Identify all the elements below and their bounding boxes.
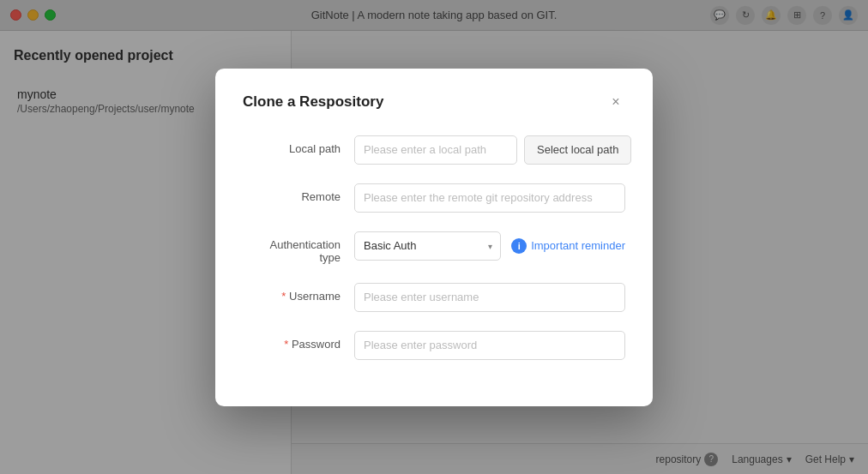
- local-path-row: Local path Select local path: [243, 135, 625, 165]
- close-icon[interactable]: ×: [606, 93, 625, 111]
- remote-label: Remote: [243, 183, 354, 203]
- auth-label-line1: Authentication: [243, 231, 341, 251]
- important-reminder-label: Important reminder: [531, 239, 625, 252]
- auth-type-select[interactable]: Basic Auth SSH Key None: [354, 231, 501, 261]
- local-path-label: Local path: [243, 135, 354, 155]
- username-label: Username: [243, 283, 354, 303]
- info-icon: i: [511, 238, 527, 254]
- username-input[interactable]: [354, 283, 625, 312]
- auth-type-row: Authentication type Basic Auth SSH Key N…: [243, 231, 625, 264]
- important-reminder-link[interactable]: i Important reminder: [511, 238, 625, 254]
- remote-input[interactable]: [354, 183, 625, 213]
- remote-controls: [354, 183, 625, 213]
- local-path-input[interactable]: [354, 135, 517, 165]
- auth-type-select-wrapper: Basic Auth SSH Key None ▾: [354, 231, 501, 261]
- password-label: Password: [243, 331, 354, 351]
- username-controls: [354, 283, 625, 312]
- clone-repository-modal: Clone a Respository × Local path Select …: [215, 69, 653, 406]
- local-path-controls: Select local path: [354, 135, 631, 165]
- modal-header: Clone a Respository ×: [243, 93, 625, 111]
- select-local-path-button[interactable]: Select local path: [524, 135, 631, 165]
- modal-title: Clone a Respository: [243, 93, 383, 111]
- password-row: Password: [243, 331, 625, 360]
- password-controls: [354, 331, 625, 360]
- auth-controls: Basic Auth SSH Key None ▾ i Important re…: [354, 231, 625, 261]
- remote-row: Remote: [243, 183, 625, 213]
- auth-label-line2: type: [243, 251, 341, 264]
- modal-overlay: Clone a Respository × Local path Select …: [0, 0, 868, 474]
- username-row: Username: [243, 283, 625, 312]
- password-input[interactable]: [354, 331, 625, 360]
- auth-type-label-group: Authentication type: [243, 231, 354, 264]
